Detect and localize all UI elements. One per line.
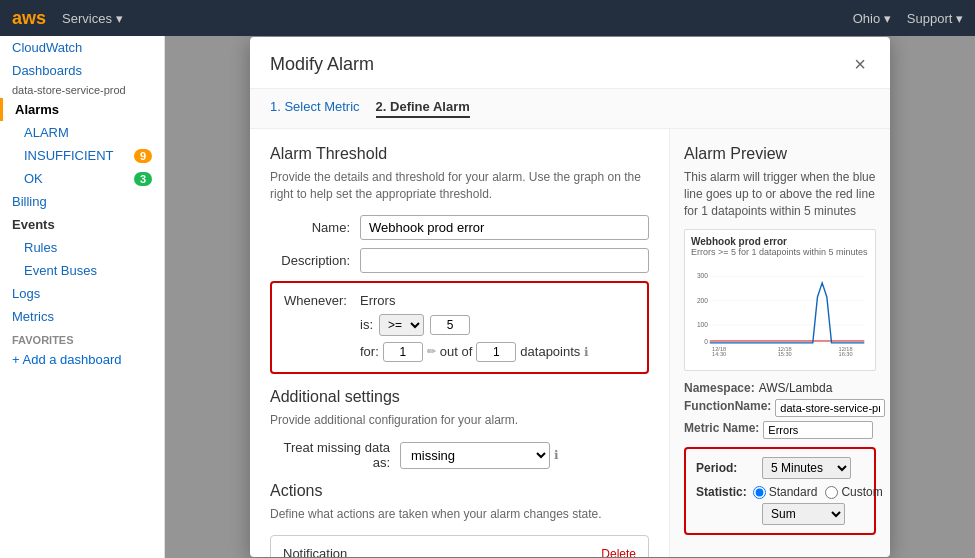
- name-row: Name:: [270, 215, 649, 240]
- actions-title: Actions: [270, 482, 649, 500]
- svg-text:0: 0: [704, 338, 708, 345]
- services-menu[interactable]: Services ▾: [62, 11, 123, 26]
- period-row: Period: 5 Minutes 1 Minute 15 Minutes 1 …: [696, 457, 864, 479]
- sidebar-favorites-header: Favorites: [0, 328, 164, 348]
- metric-name-label: Metric Name:: [684, 421, 759, 439]
- svg-text:15:30: 15:30: [778, 351, 792, 357]
- modify-alarm-modal: Modify Alarm × 1. Select Metric 2. Defin…: [250, 37, 890, 557]
- sidebar-item-ok[interactable]: OK 3: [0, 167, 164, 190]
- whenever-label: Whenever:: [284, 293, 354, 308]
- period-select[interactable]: 5 Minutes 1 Minute 15 Minutes 1 Hour: [762, 457, 851, 479]
- function-name-label: FunctionName:: [684, 399, 771, 417]
- for-label: for:: [360, 344, 379, 359]
- sidebar-data-store[interactable]: data-store-service-prod: [0, 82, 164, 98]
- namespace-label: Namespace:: [684, 381, 755, 395]
- treat-missing-select[interactable]: missing notBreaching breaching ignore: [400, 442, 550, 469]
- notification-box: Notification Delete Whenever this alarm:…: [270, 535, 649, 557]
- modal-left-panel: Alarm Threshold Provide the details and …: [250, 129, 670, 557]
- notification-header: Notification Delete: [283, 546, 636, 557]
- is-row: is: >= > < <=: [284, 314, 635, 336]
- name-label: Name:: [270, 220, 360, 235]
- sidebar-item-cloudwatch[interactable]: CloudWatch: [0, 36, 164, 59]
- description-row: Description:: [270, 248, 649, 273]
- statistic-row: Statistic: Standard Custom: [696, 485, 864, 499]
- sidebar-item-logs[interactable]: Logs: [0, 282, 164, 305]
- namespace-row: Namespace: AWS/Lambda: [684, 381, 876, 395]
- alarm-chart: 300 200 100 0: [691, 261, 869, 361]
- for-count-input[interactable]: [383, 342, 423, 362]
- statistic-options: Standard Custom: [753, 485, 883, 499]
- statistic-label: Statistic:: [696, 485, 747, 499]
- description-label: Description:: [270, 253, 360, 268]
- sidebar: CloudWatch Dashboards data-store-service…: [0, 36, 165, 558]
- insufficient-badge: 9: [134, 149, 152, 163]
- alarm-preview-panel: Alarm Preview This alarm will trigger wh…: [670, 129, 890, 557]
- function-name-row: FunctionName:: [684, 399, 876, 417]
- threshold-value-input[interactable]: [430, 315, 470, 335]
- sidebar-add-dashboard[interactable]: + Add a dashboard: [0, 348, 164, 371]
- sidebar-item-rules[interactable]: Rules: [0, 236, 164, 259]
- sidebar-item-alarm-sub[interactable]: ALARM: [0, 121, 164, 144]
- custom-radio-label[interactable]: Custom: [825, 485, 882, 499]
- topbar: aws Services ▾ Ohio ▾ Support ▾: [0, 0, 975, 36]
- sidebar-item-alarms[interactable]: Alarms: [0, 98, 164, 121]
- ok-badge: 3: [134, 172, 152, 186]
- svg-text:100: 100: [697, 321, 708, 328]
- name-input[interactable]: [360, 215, 649, 240]
- aws-logo: aws: [12, 8, 46, 29]
- treat-missing-label: Treat missing data as:: [270, 440, 400, 470]
- out-of-label: out of: [440, 344, 473, 359]
- modal-title: Modify Alarm: [270, 54, 374, 75]
- metric-name-row: Metric Name:: [684, 421, 876, 439]
- whenever-metric: Errors: [360, 293, 395, 308]
- standard-radio-label[interactable]: Standard: [753, 485, 818, 499]
- standard-radio[interactable]: [753, 486, 766, 499]
- datapoints-label: datapoints: [520, 344, 580, 359]
- custom-radio[interactable]: [825, 486, 838, 499]
- svg-text:300: 300: [697, 273, 708, 280]
- svg-text:16:30: 16:30: [839, 351, 853, 357]
- description-input[interactable]: [360, 248, 649, 273]
- actions-desc: Define what actions are taken when your …: [270, 506, 649, 523]
- sum-select[interactable]: Sum Average Minimum Maximum Count: [762, 503, 845, 525]
- standard-label: Standard: [769, 485, 818, 499]
- support-menu[interactable]: Support ▾: [907, 11, 963, 26]
- sidebar-item-metrics[interactable]: Metrics: [0, 305, 164, 328]
- custom-label: Custom: [841, 485, 882, 499]
- sum-row: Sum Average Minimum Maximum Count: [696, 503, 864, 525]
- delete-link[interactable]: Delete: [601, 547, 636, 557]
- sidebar-item-event-buses[interactable]: Event Buses: [0, 259, 164, 282]
- threshold-desc: Provide the details and threshold for yo…: [270, 169, 649, 203]
- modal-header: Modify Alarm ×: [250, 37, 890, 89]
- modal-close-button[interactable]: ×: [850, 53, 870, 76]
- operator-select[interactable]: >= > < <=: [379, 314, 424, 336]
- modal-overlay: Modify Alarm × 1. Select Metric 2. Defin…: [165, 36, 975, 558]
- whenever-row: Whenever: Errors: [284, 293, 635, 308]
- chart-title: Webhook prod error: [691, 236, 869, 247]
- function-name-input[interactable]: [775, 399, 885, 417]
- notification-title: Notification: [283, 546, 347, 557]
- datapoints-input[interactable]: [476, 342, 516, 362]
- namespace-value: AWS/Lambda: [759, 381, 833, 395]
- additional-desc: Provide additional configuration for you…: [270, 412, 649, 429]
- period-box: Period: 5 Minutes 1 Minute 15 Minutes 1 …: [684, 447, 876, 535]
- step2-link[interactable]: 2. Define Alarm: [376, 99, 470, 118]
- sidebar-item-insufficient[interactable]: INSUFFICIENT 9: [0, 144, 164, 167]
- preview-title: Alarm Preview: [684, 145, 876, 163]
- modal-body: Alarm Threshold Provide the details and …: [250, 129, 890, 557]
- for-row: for: ✏ out of datapoints ℹ: [284, 342, 635, 362]
- modal-steps: 1. Select Metric 2. Define Alarm: [250, 89, 890, 129]
- sidebar-item-billing[interactable]: Billing: [0, 190, 164, 213]
- preview-desc: This alarm will trigger when the blue li…: [684, 169, 876, 219]
- is-label: is:: [360, 317, 373, 332]
- sidebar-item-dashboards[interactable]: Dashboards: [0, 59, 164, 82]
- treat-info-icon[interactable]: ℹ: [554, 448, 559, 462]
- step1-link[interactable]: 1. Select Metric: [270, 99, 360, 118]
- threshold-box: Whenever: Errors is: >= > < <=: [270, 281, 649, 374]
- datapoints-info-icon[interactable]: ℹ: [584, 345, 589, 359]
- metric-name-input[interactable]: [763, 421, 873, 439]
- sidebar-item-events[interactable]: Events: [0, 213, 164, 236]
- actions-section: Actions Define what actions are taken wh…: [270, 482, 649, 557]
- edit-icon[interactable]: ✏: [427, 345, 436, 358]
- region-menu[interactable]: Ohio ▾: [853, 11, 891, 26]
